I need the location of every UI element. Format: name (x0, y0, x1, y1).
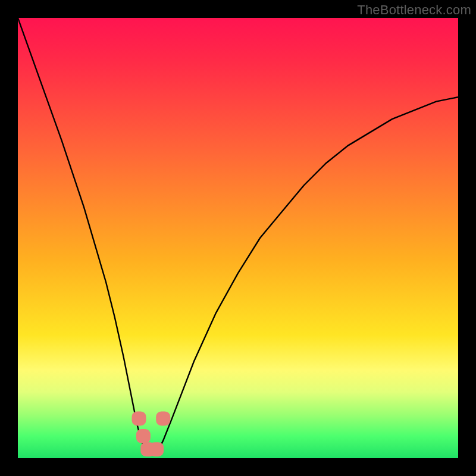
marker-right-wall (156, 411, 170, 425)
marker-left-wall-mid (136, 429, 151, 443)
plot-area (18, 18, 458, 458)
marker-group (132, 411, 171, 456)
watermark-text: TheBottleneck.com (357, 2, 471, 18)
curve-layer (18, 18, 458, 458)
bottleneck-curve-path (18, 18, 458, 454)
marker-trough-right (149, 442, 164, 456)
marker-left-wall-top (132, 411, 146, 425)
chart-frame: TheBottleneck.com (0, 0, 476, 476)
